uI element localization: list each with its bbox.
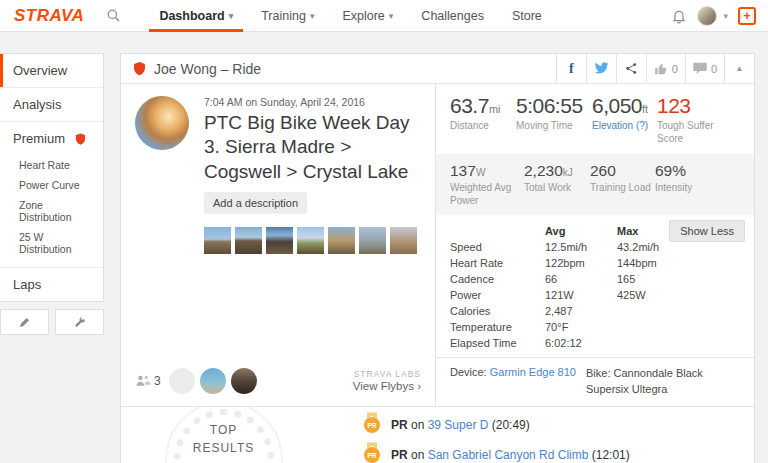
stat-suffer-score: 123 Tough Suffer Score: [657, 94, 746, 145]
sidebar-item-laps[interactable]: Laps: [0, 267, 103, 301]
achievement-row: PR PR on 39 Super D (20:49): [364, 417, 754, 433]
comment-count: 0: [711, 63, 717, 75]
collapse-button[interactable]: ▲: [724, 54, 754, 83]
photo-thumbnail[interactable]: [266, 227, 293, 254]
view-flybys-link[interactable]: View Flybys ›: [353, 380, 421, 392]
segment-link[interactable]: San Gabriel Canyon Rd Climb: [428, 448, 589, 462]
facebook-share-button[interactable]: f: [556, 54, 586, 83]
elevation-help-link[interactable]: Elevation (?): [592, 119, 651, 132]
group-athletes-icon: [135, 374, 151, 387]
sidebar-menu: Overview Analysis Premium Heart Rate Pow…: [0, 53, 104, 302]
chevron-down-icon: ▾: [229, 11, 234, 21]
add-activity-button[interactable]: +: [738, 7, 756, 25]
nav-item-training[interactable]: Training ▾: [247, 0, 328, 32]
pencil-icon: [18, 316, 31, 329]
page-body: Overview Analysis Premium Heart Rate Pow…: [0, 53, 768, 463]
avg-max-table-section: Show Less Avg Max Speed 12.5mi/h 43.2mi/…: [436, 215, 754, 357]
comment-bubble-icon: [693, 62, 707, 75]
pr-medal-icon: PR: [364, 447, 380, 463]
show-less-button[interactable]: Show Less: [669, 220, 745, 242]
facebook-icon: f: [569, 61, 574, 77]
table-row: Power 121W 425W: [450, 287, 744, 303]
kudos-button[interactable]: 0: [646, 54, 685, 83]
photo-thumbnail[interactable]: [297, 227, 324, 254]
nav-item-dashboard[interactable]: Dashboard ▾: [145, 0, 247, 32]
activity-head: 7:04 AM on Sunday, April 24, 2016 PTC Bi…: [135, 96, 421, 214]
photo-thumbnail[interactable]: [390, 227, 417, 254]
wrench-icon: [73, 316, 86, 329]
chevron-down-icon[interactable]: ▾: [723, 11, 728, 21]
primary-stats: 63.7mi Distance 5:06:55 Moving Time 6,05…: [436, 84, 754, 154]
sidebar-item-25w-distribution[interactable]: 25 W Distribution: [0, 227, 103, 267]
group-athlete-avatar[interactable]: [169, 368, 195, 394]
top-results-badge: TOP RESULTS View all: [121, 407, 326, 463]
comments-button[interactable]: 0: [685, 54, 724, 83]
nav-item-challenges[interactable]: Challenges: [407, 0, 498, 32]
share-button[interactable]: [616, 54, 646, 83]
table-row: Cadence 66 165: [450, 271, 744, 287]
settings-wrench-button[interactable]: [55, 309, 104, 335]
activity-card: Joe Wong – Ride f: [120, 53, 755, 463]
activity-title: PTC Big Bike Week Day 3. Sierra Madre > …: [204, 111, 421, 184]
sidebar-item-overview[interactable]: Overview: [0, 54, 103, 87]
bike-info: Bike: Cannondale Black Supersix Ultegra: [586, 366, 744, 398]
sidebar-tools: [0, 309, 104, 335]
search-icon: [106, 8, 121, 23]
sidebar-item-analysis[interactable]: Analysis: [0, 87, 103, 121]
stats-column: 63.7mi Distance 5:06:55 Moving Time 6,05…: [435, 84, 754, 406]
avg-column-header: Avg: [545, 225, 617, 237]
stat-intensity: 69% Intensity: [655, 162, 746, 207]
user-avatar[interactable]: [697, 6, 717, 26]
sidebar-item-power-curve[interactable]: Power Curve: [0, 175, 103, 195]
photo-thumbnail[interactable]: [359, 227, 386, 254]
share-icon: [625, 62, 638, 75]
chevron-down-icon: ▾: [389, 11, 394, 21]
achievements-list: PR PR on 39 Super D (20:49) PR PR on San…: [326, 407, 754, 463]
secondary-stats: 137W Weighted Avg Power 2,230kJ Total Wo…: [436, 154, 754, 215]
navbar-right: ▾ +: [671, 6, 756, 26]
photo-thumbnail[interactable]: [204, 227, 231, 254]
twitter-share-button[interactable]: [586, 54, 616, 83]
activity-head-text: 7:04 AM on Sunday, April 24, 2016 PTC Bi…: [204, 96, 421, 214]
group-athlete-count: 3: [154, 374, 161, 388]
group-avatars: [169, 368, 257, 394]
device-info: Device: Garmin Edge 810: [450, 366, 586, 398]
sidebar-item-premium[interactable]: Premium: [0, 121, 103, 155]
nav-item-explore[interactable]: Explore ▾: [328, 0, 407, 32]
photo-thumbnail[interactable]: [235, 227, 262, 254]
collapse-arrow-icon: ▲: [736, 64, 744, 73]
strava-logo[interactable]: STRAVA: [14, 6, 84, 26]
segment-link[interactable]: 39 Super D: [428, 418, 489, 432]
chevron-down-icon: ▾: [310, 11, 315, 21]
flybys-block: STRAVA LABS View Flybys ›: [353, 369, 421, 392]
stat-distance: 63.7mi Distance: [450, 94, 516, 145]
achievement-row: PR PR on San Gabriel Canyon Rd Climb (12…: [364, 447, 754, 463]
equipment-row: Device: Garmin Edge 810 Bike: Cannondale…: [436, 357, 754, 406]
add-description-button[interactable]: Add a description: [204, 192, 307, 214]
group-athlete-avatar[interactable]: [231, 368, 257, 394]
table-row: Temperature 70°F: [450, 319, 744, 335]
stat-elevation: 6,050ft Elevation (?): [592, 94, 657, 145]
stat-total-work: 2,230kJ Total Work: [524, 162, 590, 207]
photo-thumbnail[interactable]: [328, 227, 355, 254]
table-row: Calories 2,487: [450, 303, 744, 319]
thumbs-up-icon: [654, 62, 668, 76]
activity-shield-icon: [133, 61, 146, 76]
stat-training-load: 260 Training Load: [590, 162, 655, 207]
edit-activity-button[interactable]: [0, 309, 49, 335]
table-row: Heart Rate 122bpm 144bpm: [450, 255, 744, 271]
notifications-bell-icon[interactable]: [671, 8, 687, 24]
activity-card-body: 7:04 AM on Sunday, April 24, 2016 PTC Bi…: [121, 84, 754, 406]
device-link[interactable]: Garmin Edge 810: [490, 366, 576, 378]
group-athlete-avatar[interactable]: [200, 368, 226, 394]
athlete-avatar[interactable]: [135, 96, 189, 150]
search-button[interactable]: [106, 8, 121, 23]
activity-owner-title: Joe Wong – Ride: [154, 61, 261, 77]
nav-item-store[interactable]: Store: [498, 0, 556, 32]
sidebar-item-heart-rate[interactable]: Heart Rate: [0, 155, 103, 175]
strava-labs-label: STRAVA LABS: [353, 369, 421, 379]
pr-medal-icon: PR: [364, 417, 380, 433]
top-results-title: TOP RESULTS: [189, 422, 259, 457]
sidebar-item-zone-distribution[interactable]: Zone Distribution: [0, 195, 103, 227]
kudos-count: 0: [672, 63, 678, 75]
